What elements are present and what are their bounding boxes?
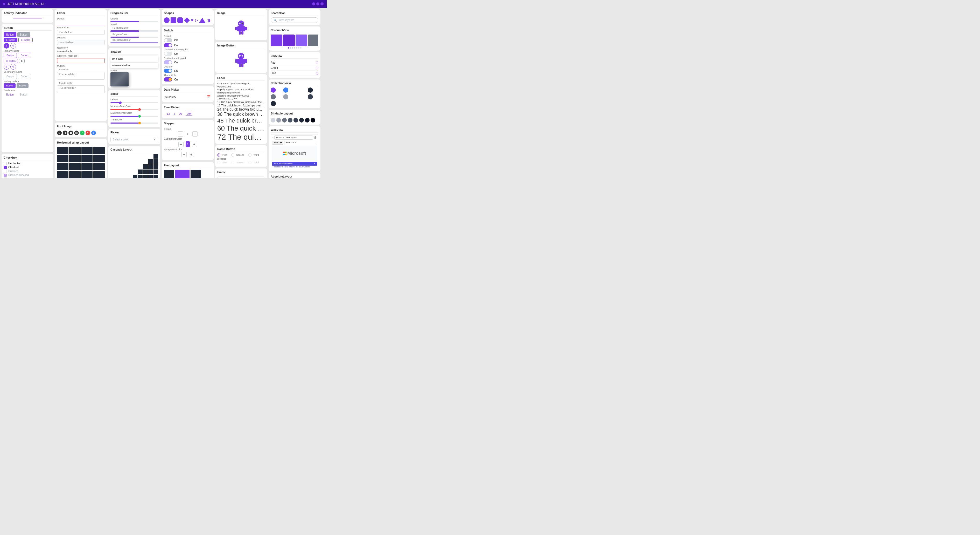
button-primary[interactable]: Button [4, 32, 16, 37]
radio-disabled-second-label: Second [237, 161, 245, 164]
collection-dot-6[interactable] [283, 94, 288, 99]
minimize-icon[interactable] [312, 2, 315, 5]
webview-nav-select[interactable]: .NET [272, 141, 283, 145]
stepper-decrement[interactable]: − [178, 131, 183, 137]
editor-fixed-field[interactable] [57, 85, 105, 93]
search-icon: 🔍 [274, 19, 277, 22]
stepper-bg2-decrement[interactable]: − [181, 152, 187, 157]
close-icon[interactable] [320, 2, 323, 5]
collection-dot-8[interactable] [308, 94, 313, 99]
search-input-wrapper[interactable]: 🔍 Enter keyword [270, 18, 318, 23]
list-item-green-radio[interactable] [316, 67, 318, 69]
carousel-dot-1[interactable] [288, 47, 289, 48]
webview-url-input[interactable] [284, 141, 317, 144]
timepicker-hour[interactable]: 12 [164, 112, 173, 116]
carousel-dot-5[interactable] [296, 47, 298, 48]
button-icon-primary[interactable]: ⊕ Button [4, 38, 18, 42]
slider-max-thumb[interactable] [138, 115, 141, 118]
maximize-icon[interactable] [316, 2, 320, 5]
label-size12: 12 The quick brown fox jumps over the la… [217, 101, 265, 104]
collection-dot-2[interactable] [283, 88, 288, 93]
button-circle-filled[interactable]: ⊕ [4, 43, 10, 48]
shape-heart: ♥ [191, 18, 194, 23]
stepper-increment[interactable]: + [192, 131, 197, 137]
image-button-display[interactable] [217, 50, 265, 70]
button-secondary-1[interactable]: Button [4, 74, 17, 79]
webview-home: Home ▸ .NET MAUI [276, 136, 297, 139]
radio-second[interactable] [231, 153, 234, 157]
radio-first[interactable] [217, 153, 220, 157]
carousel-dot-4[interactable] [294, 47, 295, 48]
carousel-item-2[interactable] [283, 35, 295, 46]
switch-oncolor[interactable] [164, 69, 172, 73]
stepper-bg-increment[interactable]: + [192, 142, 197, 147]
editor-autosize-field[interactable] [57, 72, 105, 80]
collection-dot-5[interactable] [270, 94, 276, 99]
button-outline-gray[interactable]: ⊕ [19, 59, 25, 63]
collection-dot-9[interactable] [270, 101, 276, 106]
bindable-row [270, 118, 318, 123]
svg-rect-1 [237, 26, 245, 31]
webview-toolbar: ≡ Home ▸ .NET MAUI 🗑 [272, 136, 317, 140]
list-item-red-radio[interactable] [316, 62, 318, 64]
carousel-dot-3[interactable] [292, 47, 293, 48]
stepper-bg2-increment[interactable]: + [189, 152, 194, 157]
list-item-blue-radio[interactable] [316, 72, 318, 75]
collection-dot-4[interactable] [308, 88, 313, 93]
button-secondary[interactable]: Button [18, 32, 30, 37]
carousel-dot-7[interactable] [300, 47, 302, 48]
button-icon-outline[interactable]: ⊕ Button [18, 38, 33, 42]
slider-default-track[interactable] [110, 102, 158, 103]
list-item-green[interactable]: Green [270, 65, 318, 70]
timepicker-ampm[interactable]: AM [186, 112, 192, 116]
button-circle-outline-3[interactable]: ⊕ [10, 64, 16, 70]
list-item-blue[interactable]: Blue [270, 70, 318, 76]
button-tertiary-2[interactable]: Button [17, 83, 29, 88]
button-tertiary-1[interactable]: Button [4, 83, 16, 88]
editor-default-field[interactable] [57, 21, 105, 25]
switch-thumbcolor[interactable] [164, 77, 172, 81]
slider-thumb-thumb[interactable] [138, 122, 141, 125]
button-secondary-2[interactable]: Button [18, 74, 31, 79]
button-borderless-2[interactable]: Button [18, 92, 30, 97]
hwrap-card: Horizontal Wrap Layout [55, 139, 107, 178]
radio-card: Radio Button First Second Third Disabled… [215, 145, 267, 167]
carousel-dot-6[interactable] [298, 47, 299, 48]
editor-error-field[interactable] [57, 58, 105, 63]
carousel-item-4[interactable] [308, 35, 318, 46]
picker-select[interactable]: Select a color ▼ [110, 137, 158, 142]
feedback-close-icon[interactable]: ✕ [314, 163, 315, 165]
webview-delete-icon[interactable]: 🗑 [314, 136, 317, 139]
button-outline-1[interactable]: Button [4, 53, 17, 58]
checkbox-unchecked[interactable] [4, 162, 7, 165]
stepper-bg-decrement[interactable]: − [178, 142, 183, 147]
webview-url-bar[interactable]: Home ▸ .NET MAUI [274, 136, 313, 140]
checkbox-checked[interactable]: ✓ [4, 166, 7, 169]
slider-default-thumb[interactable] [119, 102, 122, 104]
checkbox-accent[interactable] [4, 177, 7, 178]
switch-on[interactable] [164, 43, 172, 47]
slider-max-track[interactable] [110, 116, 158, 117]
button-circle-outline-2[interactable]: ⊕ [4, 64, 10, 70]
carousel-item-1[interactable] [270, 35, 282, 46]
font-icon-7: ⊞ [91, 131, 96, 135]
button-circle-outline[interactable]: ⊕ [10, 43, 16, 48]
button-outline-2[interactable]: Button [18, 53, 31, 58]
timepicker-minute[interactable]: 00 [176, 112, 185, 116]
switch-off[interactable] [164, 38, 172, 42]
absolute-title: AbsoluteLayout [270, 175, 318, 178]
slider-thumb-track[interactable] [110, 123, 158, 123]
button-outline-icon-1[interactable]: ⊕ Button [4, 59, 18, 63]
editor-placeholder-field[interactable] [57, 30, 105, 35]
checkbox-disabled-row: Disabled [4, 170, 51, 173]
button-borderless-1[interactable]: Button [4, 92, 16, 97]
radio-third[interactable] [248, 153, 251, 157]
collection-dot-1[interactable] [270, 88, 276, 93]
progress-default-fill [110, 21, 139, 22]
datepicker-input[interactable]: 5/18/2022 📅 [164, 94, 212, 100]
slider-min-track[interactable] [110, 109, 158, 110]
list-item-red[interactable]: Red [270, 60, 318, 65]
carousel-item-3[interactable] [296, 35, 307, 46]
carousel-dot-2[interactable] [290, 47, 291, 48]
slider-min-thumb[interactable] [138, 108, 141, 111]
